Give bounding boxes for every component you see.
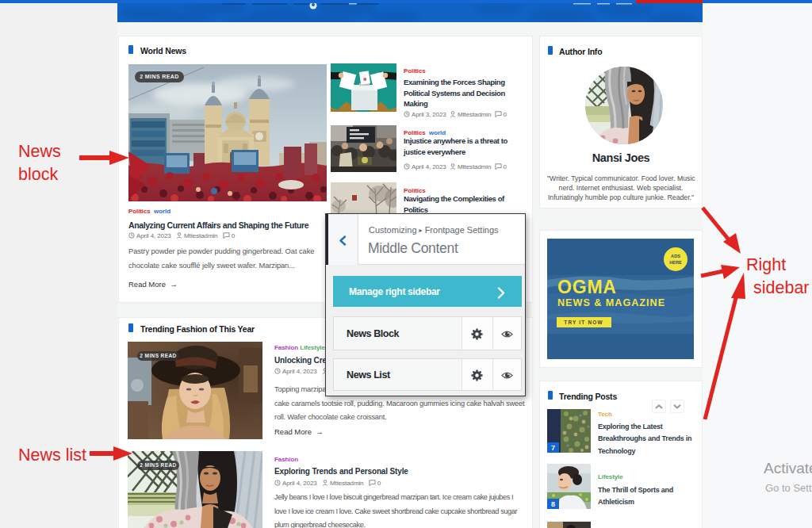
svg-text:HERE: HERE: [669, 260, 682, 265]
svg-text:ADS: ADS: [671, 254, 680, 258]
svg-text:7: 7: [551, 444, 555, 452]
svg-text:OGMA: OGMA: [557, 277, 617, 297]
svg-text:8: 8: [551, 500, 555, 508]
svg-text:NEWS & MAGAZINE: NEWS & MAGAZINE: [557, 297, 665, 308]
svg-text:TRY IT NOW: TRY IT NOW: [564, 319, 603, 325]
